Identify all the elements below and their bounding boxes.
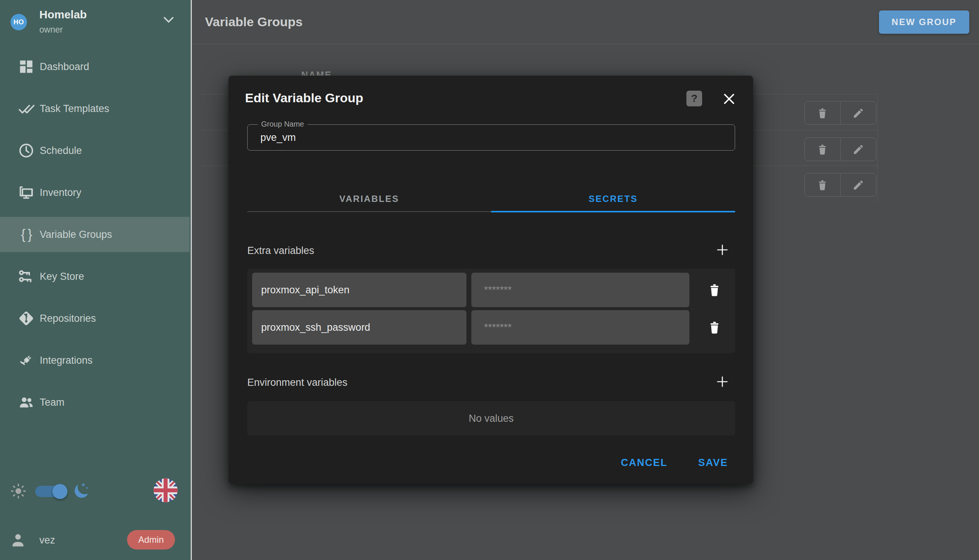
sidebar-item-variable-groups[interactable]: { } Variable Groups [0, 217, 190, 252]
git-icon [18, 310, 35, 327]
group-name-field: Group Name [247, 124, 735, 151]
edit-row-button[interactable] [841, 102, 876, 124]
page-title: Variable Groups [205, 15, 303, 29]
sidebar-item-label: Key Store [40, 271, 84, 282]
theme-row [0, 478, 190, 505]
tab-secrets[interactable]: SECRETS [491, 187, 735, 211]
person-icon [10, 532, 26, 548]
username: vez [39, 535, 55, 546]
help-button[interactable]: ? [686, 91, 702, 107]
plus-icon [715, 243, 729, 257]
people-icon [18, 394, 35, 410]
plus-icon [715, 375, 729, 388]
topbar: Variable Groups NEW GROUP [192, 0, 979, 44]
project-role: owner [39, 25, 63, 35]
sidebar-item-label: Repositories [40, 313, 96, 324]
table-column-separator [877, 94, 878, 203]
trash-icon [707, 320, 722, 335]
edit-variable-group-dialog: Edit Variable Group ? Group Name VARIABL… [228, 76, 753, 484]
active-tab-indicator [491, 211, 735, 212]
sidebar: HO Homelab owner Dashboard Task Template… [0, 0, 192, 560]
project-name: Homelab [39, 8, 87, 21]
group-name-input[interactable] [248, 125, 735, 150]
sidebar-item-label: Variable Groups [40, 229, 112, 240]
project-avatar: HO [10, 14, 27, 30]
pencil-icon [852, 179, 864, 191]
sidebar-nav: Dashboard Task Templates Schedule Invent… [0, 49, 190, 427]
sidebar-item-label: Team [40, 397, 65, 408]
tab-variables[interactable]: VARIABLES [247, 187, 491, 211]
sidebar-item-integrations[interactable]: Integrations [0, 343, 190, 378]
tab-track [247, 211, 491, 212]
dialog-title: Edit Variable Group [245, 91, 364, 105]
no-values-text: No values [469, 413, 514, 424]
cancel-button[interactable]: CANCEL [621, 457, 668, 468]
delete-row-button[interactable] [805, 173, 841, 196]
braces-icon: { } [18, 226, 35, 243]
keys-icon [18, 268, 35, 285]
dark-mode-toggle[interactable] [35, 486, 64, 497]
chevron-down-icon [163, 17, 174, 24]
sidebar-item-label: Integrations [40, 355, 93, 366]
table-row-actions [804, 137, 876, 161]
sidebar-item-schedule[interactable]: Schedule [0, 133, 190, 168]
save-button[interactable]: SAVE [698, 457, 728, 468]
environment-variables-label: Environment variables [247, 377, 347, 388]
edit-row-button[interactable] [841, 138, 876, 161]
sun-icon [10, 482, 27, 500]
sidebar-item-key-store[interactable]: Key Store [0, 259, 190, 294]
secret-value-input[interactable] [471, 273, 689, 307]
sidebar-item-task-templates[interactable]: Task Templates [0, 91, 190, 126]
app-screen: Variable Groups NEW GROUP NAME [0, 0, 979, 560]
sidebar-item-inventory[interactable]: Inventory [0, 175, 190, 210]
sidebar-item-dashboard[interactable]: Dashboard [0, 49, 190, 84]
pencil-icon [852, 107, 864, 119]
delete-secret-button[interactable] [707, 283, 722, 297]
add-environment-variable-button[interactable] [715, 375, 729, 388]
trash-icon [816, 143, 828, 155]
add-extra-variable-button[interactable] [715, 243, 729, 257]
user-row[interactable]: vez Admin [0, 530, 190, 550]
sidebar-item-label: Inventory [40, 187, 81, 198]
pencil-icon [852, 143, 864, 155]
sidebar-item-label: Schedule [40, 145, 82, 157]
secret-value-input[interactable] [471, 310, 689, 345]
sidebar-item-team[interactable]: Team [0, 385, 190, 420]
delete-secret-button[interactable] [707, 320, 722, 335]
question-mark-icon: ? [691, 93, 697, 105]
project-switcher[interactable]: HO Homelab owner [0, 0, 191, 45]
moon-stars-icon [72, 481, 90, 499]
language-flag-uk[interactable] [153, 478, 178, 502]
edit-row-button[interactable] [841, 173, 876, 196]
secret-row [247, 310, 735, 345]
plug-icon [18, 352, 35, 368]
sidebar-item-label: Task Templates [40, 103, 109, 115]
trash-icon [707, 283, 722, 297]
delete-row-button[interactable] [805, 102, 841, 124]
double-check-icon [18, 100, 35, 117]
clock-icon [18, 142, 35, 159]
secret-name-input[interactable] [252, 310, 467, 345]
new-group-button[interactable]: NEW GROUP [879, 10, 969, 34]
secret-row [247, 273, 735, 307]
delete-row-button[interactable] [805, 138, 841, 161]
table-row-actions [804, 101, 876, 125]
dialog-actions: CANCEL SAVE [621, 457, 728, 468]
toggle-thumb [52, 484, 67, 499]
sidebar-item-repositories[interactable]: Repositories [0, 301, 190, 336]
extra-variables-label: Extra variables [247, 245, 314, 257]
environment-variables-empty-panel: No values [247, 401, 735, 436]
sidebar-footer: vez Admin [0, 474, 190, 560]
secret-name-input[interactable] [252, 273, 467, 307]
trash-icon [816, 179, 828, 191]
extra-variables-panel [247, 268, 735, 353]
sidebar-item-label: Dashboard [40, 61, 89, 73]
dialog-tabs: VARIABLES SECRETS [247, 187, 735, 213]
trash-icon [816, 107, 828, 119]
monitor-icon [18, 184, 35, 201]
role-badge: Admin [127, 530, 175, 550]
dashboard-icon [18, 58, 35, 75]
table-row-actions [804, 173, 876, 197]
close-icon[interactable] [722, 92, 737, 107]
